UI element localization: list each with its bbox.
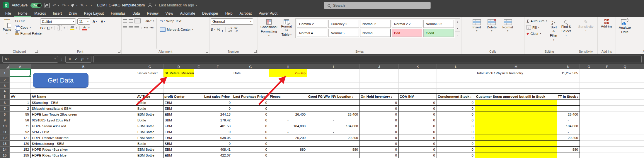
cell-B7[interactable]: $Maschinenstillstand EBM: [31, 106, 136, 111]
cell-F1[interactable]: [203, 69, 232, 77]
cell-J1[interactable]: [360, 69, 399, 77]
cell-M7[interactable]: [475, 106, 557, 111]
column-header-H[interactable]: H: [269, 64, 307, 69]
alignment-dialog-launcher-icon[interactable]: [206, 50, 208, 53]
cell-I2[interactable]: [307, 77, 360, 83]
header-tt-in-stock[interactable]: TT in Stock :: [557, 93, 580, 100]
cell-Q6[interactable]: [616, 100, 634, 106]
cell-E1[interactable]: [194, 69, 203, 77]
cell-E11[interactable]: [194, 129, 203, 135]
row-header-4[interactable]: 4: [0, 89, 10, 93]
decrease-indent-button[interactable]: ⇤≡: [144, 26, 148, 29]
tab-insert[interactable]: Insert: [50, 11, 65, 17]
cell-D8[interactable]: EBM: [163, 111, 194, 117]
bold-button[interactable]: B: [40, 26, 43, 30]
borders-chevron-icon[interactable]: ▾: [64, 27, 65, 29]
cell-M15[interactable]: [475, 152, 557, 158]
cell-B14[interactable]: HDPE Ridex 48oz silver: [31, 147, 136, 152]
cell-K7[interactable]: 0: [399, 106, 437, 111]
cell-I12[interactable]: 20,200: [307, 135, 360, 141]
header-av[interactable]: AV: [10, 93, 31, 100]
row-header-9[interactable]: 9: [0, 117, 10, 123]
align-middle-button[interactable]: [129, 19, 133, 23]
delete-cells-button[interactable]: Delete▾: [485, 18, 498, 33]
cell-L6[interactable]: 0: [437, 100, 475, 106]
cell-G14[interactable]: 0: [232, 147, 269, 152]
cell-L2[interactable]: [437, 77, 475, 83]
cell-Q15[interactable]: [616, 152, 634, 158]
cell-C4[interactable]: [136, 89, 163, 93]
cell-M6[interactable]: [475, 100, 557, 106]
align-right-button[interactable]: [134, 26, 139, 29]
fill-handle[interactable]: [29, 75, 31, 78]
column-header-Q[interactable]: Q: [616, 64, 634, 69]
cell-B10[interactable]: HDPE Steam 48oz red: [31, 123, 136, 129]
column-header-I[interactable]: I: [307, 64, 360, 69]
header-av-name[interactable]: AV Name: [31, 93, 136, 100]
cell-Q9[interactable]: [616, 117, 634, 123]
cell-F12[interactable]: 638.05: [203, 135, 232, 141]
cell-x9[interactable]: [634, 117, 644, 123]
cell-K9[interactable]: 0: [399, 117, 437, 123]
select-all-corner[interactable]: [0, 64, 10, 69]
column-header-J[interactable]: J: [360, 64, 399, 69]
fill-color-button[interactable]: [70, 26, 74, 30]
cell-Q2[interactable]: [616, 77, 634, 83]
increase-indent-button[interactable]: ⇥≡: [149, 26, 154, 29]
cell-H12[interactable]: 20,200: [269, 135, 307, 141]
cell-D14[interactable]: EBM: [163, 147, 194, 152]
wrap-text-button[interactable]: ≡↩Wrap Text: [159, 18, 194, 24]
cell-K6[interactable]: 0: [399, 100, 437, 106]
cell-F7[interactable]: 0: [203, 106, 232, 111]
header-on-hold-inventory[interactable]: On-Hold Inventory :: [360, 93, 399, 100]
style-bad[interactable]: Bad: [392, 29, 422, 37]
row-header-5[interactable]: 5: [0, 93, 10, 100]
paste-chevron-icon[interactable]: ▾: [6, 32, 8, 35]
cell-P6[interactable]: [598, 100, 616, 106]
cell-K10[interactable]: 0: [399, 123, 437, 129]
cell-O1[interactable]: [580, 69, 598, 77]
cell-F6[interactable]: 0: [203, 100, 232, 106]
cell-G6[interactable]: 0: [232, 100, 269, 106]
font-dialog-launcher-icon[interactable]: [118, 50, 120, 53]
cell-P2[interactable]: [598, 77, 616, 83]
tab-review[interactable]: Review: [144, 11, 162, 17]
cell-P14[interactable]: [598, 147, 616, 152]
style-comma-2[interactable]: Comma 2: [297, 20, 327, 28]
cell-H6[interactable]: -: [269, 100, 307, 106]
align-bottom-button[interactable]: [134, 18, 141, 23]
cell-B4[interactable]: [31, 89, 136, 93]
cell-F15[interactable]: 422.07: [203, 152, 232, 158]
cell-Q4[interactable]: [616, 89, 634, 93]
align-left-button[interactable]: [123, 26, 127, 29]
cell-N15[interactable]: -: [557, 152, 580, 158]
cell-E6[interactable]: [194, 100, 203, 106]
row-header-3[interactable]: 3: [0, 83, 10, 89]
cell-D7[interactable]: EBM: [163, 106, 194, 111]
cell-E12[interactable]: [194, 135, 203, 141]
cell-P8[interactable]: [598, 111, 616, 117]
align-center-button[interactable]: [129, 26, 133, 29]
conditional-formatting-button[interactable]: Conditional Formatting ▾: [259, 18, 279, 38]
cell-P11[interactable]: [598, 129, 616, 135]
cell-N8[interactable]: 26,400: [557, 111, 580, 117]
cell-O8[interactable]: [580, 111, 598, 117]
orientation-button[interactable]: ab↗: [146, 19, 151, 23]
tab-developer[interactable]: Developer: [199, 11, 222, 17]
cell-L10[interactable]: 0: [437, 123, 475, 129]
undo-icon[interactable]: ↶: [52, 3, 56, 8]
clear-button[interactable]: ◆Clear▾: [526, 31, 548, 36]
cell-C9[interactable]: Bottle: [136, 117, 163, 123]
cell-A13[interactable]: 126: [10, 141, 31, 147]
cell-B13[interactable]: $Abmusterung - SBM: [31, 141, 136, 147]
format-cells-button[interactable]: Format▾: [501, 18, 514, 33]
row-header-6[interactable]: 6: [0, 100, 10, 106]
cell-H4[interactable]: [269, 89, 307, 93]
cell-I4[interactable]: [307, 89, 360, 93]
cell-D1[interactable]: St. Peters, Missouri: [163, 69, 194, 77]
tab-help[interactable]: Help: [222, 11, 236, 17]
column-header-P[interactable]: P: [598, 64, 616, 69]
style-normal-3-2[interactable]: Normal 3 2: [423, 20, 454, 28]
cell-E2[interactable]: [194, 77, 203, 83]
row-header-12[interactable]: 12: [0, 135, 10, 141]
